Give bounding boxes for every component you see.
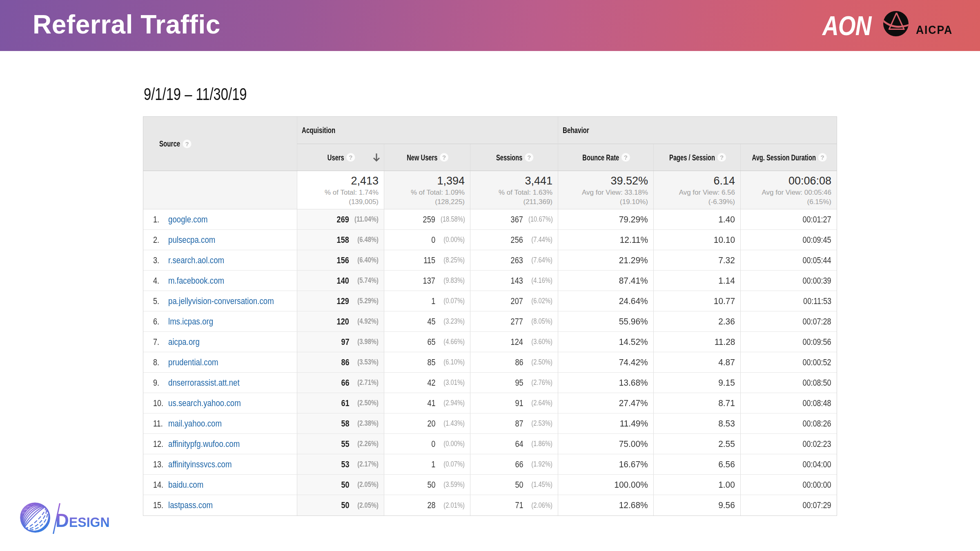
- new-users-value: 0: [431, 235, 435, 245]
- new-users-percent: (6.10%): [441, 358, 465, 367]
- column-header-pages-session[interactable]: Pages / Session?: [653, 144, 740, 171]
- new-users-value: 1: [431, 296, 435, 307]
- source-link[interactable]: lms.icpas.org: [168, 316, 213, 327]
- help-icon[interactable]: ?: [440, 153, 449, 162]
- column-header-new-users[interactable]: New Users?: [384, 144, 470, 171]
- table-row: 1.google.com 269(11.04%) 259(18.58%) 367…: [143, 209, 837, 230]
- row-index: 1.: [153, 214, 168, 225]
- users-percent: (3.53%): [354, 358, 379, 367]
- sessions-cell: 91(2.64%): [470, 393, 558, 413]
- column-header-sessions[interactable]: Sessions?: [470, 144, 558, 171]
- aicpa-globe-icon: [883, 11, 909, 37]
- sessions-cell: 71(2.06%): [470, 495, 558, 515]
- pages-session-value: 2.36: [718, 316, 735, 327]
- summary-subtext: % of Total: 1.74%: [325, 188, 379, 197]
- users-percent: (2.38%): [354, 419, 379, 428]
- users-percent: (11.04%): [354, 215, 379, 224]
- new-users-value: 115: [423, 255, 435, 266]
- row-index: 6.: [153, 316, 168, 327]
- bounce-rate-value: 75.00%: [619, 439, 648, 449]
- bounce-rate-cell: 79.29%: [558, 209, 653, 229]
- sessions-cell: 64(1.86%): [470, 434, 558, 454]
- source-link[interactable]: affinityinssvcs.com: [168, 459, 232, 470]
- pages-session-value: 10.77: [714, 296, 735, 307]
- new-users-value: 50: [427, 480, 435, 490]
- summary-value: 6.14: [713, 174, 735, 188]
- users-value: 97: [341, 337, 349, 347]
- source-link[interactable]: us.search.yahoo.com: [168, 398, 241, 409]
- sessions-percent: (1.86%): [528, 440, 552, 448]
- source-link[interactable]: affinitypfg.wufoo.com: [168, 439, 240, 449]
- sessions-percent: (4.16%): [528, 276, 552, 285]
- users-cell: 97(3.98%): [297, 332, 384, 352]
- row-index: 5.: [153, 296, 168, 307]
- help-icon[interactable]: ?: [717, 153, 726, 162]
- source-link[interactable]: prudential.com: [168, 357, 218, 368]
- source-link[interactable]: baidu.com: [168, 480, 203, 490]
- users-percent: (3.98%): [354, 338, 379, 346]
- new-users-percent: (1.43%): [441, 419, 465, 428]
- avg-duration-value: 00:07:29: [803, 500, 831, 511]
- sessions-value: 124: [511, 337, 523, 347]
- users-percent: (2.50%): [354, 399, 379, 407]
- sessions-cell: 87(2.53%): [470, 413, 558, 433]
- help-icon[interactable]: ?: [346, 153, 355, 162]
- row-index-text: 5.: [153, 296, 159, 307]
- bounce-rate-value: 55.96%: [619, 316, 648, 327]
- sessions-value: 263: [511, 255, 523, 266]
- new-users-percent: (0.00%): [441, 236, 465, 244]
- sessions-value: 71: [515, 500, 523, 511]
- avg-duration-value: 00:01:27: [803, 214, 831, 225]
- source-link[interactable]: pa.jellyvision-conversation.com: [168, 296, 274, 307]
- help-icon[interactable]: ?: [183, 140, 192, 148]
- summary-source: [143, 171, 297, 209]
- table-row: 3.r.search.aol.com 156(6.40%) 115(8.25%)…: [143, 250, 837, 271]
- table-row: 10.us.search.yahoo.com 61(2.50%) 41(2.94…: [143, 393, 837, 413]
- avg-duration-cell: 00:05:44: [740, 250, 837, 270]
- avg-duration-value: 00:11:53: [803, 296, 831, 307]
- bounce-rate-cell: 27.47%: [558, 393, 653, 413]
- column-header-avg-session-duration[interactable]: Avg. Session Duration?: [740, 144, 837, 171]
- source-link[interactable]: pulsecpa.com: [168, 235, 215, 245]
- avg-duration-value: 00:07:28: [803, 316, 831, 327]
- avg-duration-cell: 00:08:50: [740, 373, 837, 393]
- users-value: 269: [337, 214, 349, 225]
- pages-session-value: 7.32: [718, 255, 735, 266]
- avg-duration-value: 00:00:39: [803, 276, 831, 286]
- design-logo: Design: [20, 502, 138, 543]
- row-index: 12.: [153, 439, 168, 449]
- design-word-rest: esign: [69, 509, 110, 531]
- users-cell: 158(6.48%): [297, 230, 384, 250]
- row-index: 3.: [153, 255, 168, 266]
- summary-users: 2,413 % of Total: 1.74% (139,005): [297, 171, 384, 209]
- column-header-users[interactable]: Users?: [297, 144, 384, 171]
- new-users-cell: 28(2.01%): [384, 495, 470, 515]
- source-link[interactable]: lastpass.com: [168, 500, 213, 511]
- source-link[interactable]: m.facebook.com: [168, 276, 224, 286]
- sort-down-arrow-icon[interactable]: [372, 153, 381, 162]
- pages-session-cell: 9.56: [653, 495, 740, 515]
- users-cell: 50(2.05%): [297, 475, 384, 495]
- source-link[interactable]: google.com: [168, 214, 208, 225]
- help-icon[interactable]: ?: [525, 153, 533, 162]
- sessions-cell: 207(6.02%): [470, 291, 558, 311]
- bounce-rate-cell: 75.00%: [558, 434, 653, 454]
- summary-value: 2,413: [351, 174, 379, 188]
- source-link[interactable]: aicpa.org: [168, 337, 200, 347]
- column-header-bounce-rate[interactable]: Bounce Rate?: [558, 144, 653, 171]
- users-percent: (2.05%): [354, 501, 379, 510]
- source-link[interactable]: mail.yahoo.com: [168, 418, 222, 429]
- source-link[interactable]: dnserrorassist.att.net: [168, 378, 240, 388]
- users-value: 120: [337, 316, 349, 327]
- help-icon[interactable]: ?: [818, 153, 827, 162]
- row-index-text: 4.: [153, 276, 159, 286]
- new-users-cell: 50(3.59%): [384, 475, 470, 495]
- row-index: 14.: [153, 480, 168, 490]
- users-value: 156: [337, 255, 349, 266]
- help-icon[interactable]: ?: [621, 153, 630, 162]
- bounce-rate-value: 12.68%: [619, 500, 648, 511]
- users-value: 140: [337, 276, 349, 286]
- source-link[interactable]: r.search.aol.com: [168, 255, 224, 266]
- table-row: 4.m.facebook.com 140(5.74%) 137(9.83%) 1…: [143, 271, 837, 291]
- source-header[interactable]: Source?: [143, 117, 297, 171]
